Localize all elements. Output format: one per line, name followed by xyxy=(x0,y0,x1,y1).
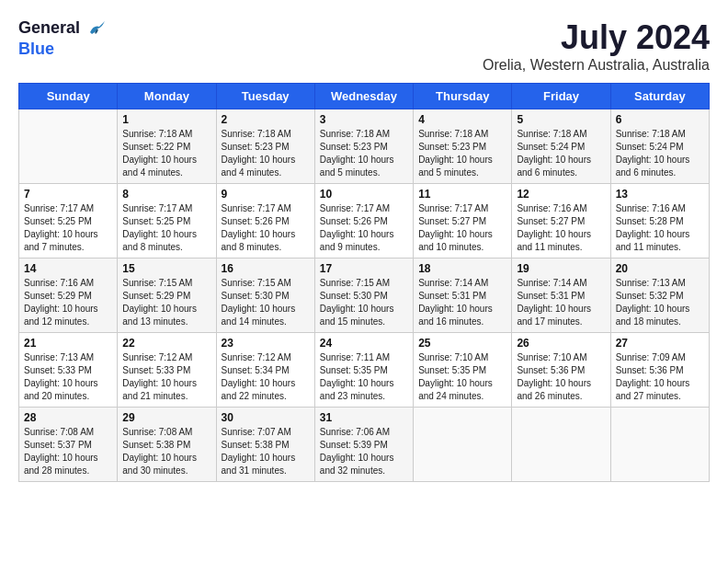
day-number: 10 xyxy=(320,188,408,201)
day-info: Sunrise: 7:15 AMSunset: 5:30 PMDaylight:… xyxy=(222,277,310,328)
calendar-cell: 11Sunrise: 7:17 AMSunset: 5:27 PMDayligh… xyxy=(414,184,512,259)
day-number: 26 xyxy=(517,337,605,350)
calendar-cell: 4Sunrise: 7:18 AMSunset: 5:23 PMDaylight… xyxy=(414,109,512,184)
day-number: 16 xyxy=(222,262,310,275)
day-number: 19 xyxy=(517,262,605,275)
day-info: Sunrise: 7:06 AMSunset: 5:39 PMDaylight:… xyxy=(320,426,408,477)
day-info: Sunrise: 7:11 AMSunset: 5:35 PMDaylight:… xyxy=(320,351,408,403)
day-number: 4 xyxy=(418,113,506,126)
calendar-cell: 21Sunrise: 7:13 AMSunset: 5:33 PMDayligh… xyxy=(19,333,118,408)
calendar-cell xyxy=(19,109,118,184)
calendar-cell: 20Sunrise: 7:13 AMSunset: 5:32 PMDayligh… xyxy=(610,259,709,333)
day-number: 30 xyxy=(222,411,310,424)
calendar-week-3: 14Sunrise: 7:16 AMSunset: 5:29 PMDayligh… xyxy=(19,259,710,333)
column-header-wednesday: Wednesday xyxy=(314,84,413,109)
calendar-cell: 9Sunrise: 7:17 AMSunset: 5:26 PMDaylight… xyxy=(216,184,314,259)
day-number: 9 xyxy=(222,188,310,201)
calendar-week-4: 21Sunrise: 7:13 AMSunset: 5:33 PMDayligh… xyxy=(19,333,710,408)
calendar-table: SundayMondayTuesdayWednesdayThursdayFrid… xyxy=(18,83,710,482)
calendar-cell: 25Sunrise: 7:10 AMSunset: 5:35 PMDayligh… xyxy=(414,333,512,408)
calendar-cell: 15Sunrise: 7:15 AMSunset: 5:29 PMDayligh… xyxy=(118,259,216,333)
column-header-friday: Friday xyxy=(512,84,610,109)
day-info: Sunrise: 7:17 AMSunset: 5:27 PMDaylight:… xyxy=(418,202,506,254)
calendar-cell: 8Sunrise: 7:17 AMSunset: 5:25 PMDaylight… xyxy=(118,184,216,259)
logo-general: General xyxy=(18,18,80,37)
calendar-cell: 14Sunrise: 7:16 AMSunset: 5:29 PMDayligh… xyxy=(19,259,118,333)
day-number: 21 xyxy=(24,337,112,350)
day-info: Sunrise: 7:14 AMSunset: 5:31 PMDaylight:… xyxy=(418,277,506,328)
calendar-cell xyxy=(610,408,709,482)
day-number: 20 xyxy=(616,262,704,275)
calendar-cell: 26Sunrise: 7:10 AMSunset: 5:36 PMDayligh… xyxy=(512,333,610,408)
calendar-cell: 1Sunrise: 7:18 AMSunset: 5:22 PMDaylight… xyxy=(118,109,216,184)
day-info: Sunrise: 7:18 AMSunset: 5:24 PMDaylight:… xyxy=(517,128,605,179)
logo-text: General xyxy=(18,18,107,40)
header-row: SundayMondayTuesdayWednesdayThursdayFrid… xyxy=(19,84,710,109)
day-number: 23 xyxy=(222,337,310,350)
calendar-week-1: 1Sunrise: 7:18 AMSunset: 5:22 PMDaylight… xyxy=(19,109,710,184)
calendar-cell: 10Sunrise: 7:17 AMSunset: 5:26 PMDayligh… xyxy=(314,184,413,259)
day-info: Sunrise: 7:16 AMSunset: 5:27 PMDaylight:… xyxy=(517,202,605,254)
calendar-cell: 18Sunrise: 7:14 AMSunset: 5:31 PMDayligh… xyxy=(414,259,512,333)
calendar-cell: 27Sunrise: 7:09 AMSunset: 5:36 PMDayligh… xyxy=(610,333,709,408)
day-number: 31 xyxy=(320,411,408,424)
day-info: Sunrise: 7:17 AMSunset: 5:26 PMDaylight:… xyxy=(320,202,408,254)
calendar-week-5: 28Sunrise: 7:08 AMSunset: 5:37 PMDayligh… xyxy=(19,408,710,482)
calendar-cell: 30Sunrise: 7:07 AMSunset: 5:38 PMDayligh… xyxy=(216,408,314,482)
day-info: Sunrise: 7:18 AMSunset: 5:23 PMDaylight:… xyxy=(222,128,310,179)
calendar-cell: 17Sunrise: 7:15 AMSunset: 5:30 PMDayligh… xyxy=(314,259,413,333)
calendar-cell: 2Sunrise: 7:18 AMSunset: 5:23 PMDaylight… xyxy=(216,109,314,184)
calendar-cell: 29Sunrise: 7:08 AMSunset: 5:38 PMDayligh… xyxy=(118,408,216,482)
day-number: 13 xyxy=(616,188,704,201)
logo-bird-icon xyxy=(86,19,107,40)
day-number: 8 xyxy=(122,188,210,201)
calendar-week-2: 7Sunrise: 7:17 AMSunset: 5:25 PMDaylight… xyxy=(19,184,710,259)
day-info: Sunrise: 7:17 AMSunset: 5:25 PMDaylight:… xyxy=(24,202,112,254)
column-header-thursday: Thursday xyxy=(414,84,512,109)
day-info: Sunrise: 7:18 AMSunset: 5:24 PMDaylight:… xyxy=(616,128,704,179)
day-number: 27 xyxy=(616,337,704,350)
day-number: 6 xyxy=(616,113,704,126)
day-number: 5 xyxy=(517,113,605,126)
day-number: 18 xyxy=(418,262,506,275)
day-number: 17 xyxy=(320,262,408,275)
day-number: 2 xyxy=(222,113,310,126)
day-info: Sunrise: 7:15 AMSunset: 5:29 PMDaylight:… xyxy=(122,277,210,328)
calendar-cell: 3Sunrise: 7:18 AMSunset: 5:23 PMDaylight… xyxy=(314,109,413,184)
calendar-cell xyxy=(414,408,512,482)
day-info: Sunrise: 7:10 AMSunset: 5:36 PMDaylight:… xyxy=(517,351,605,403)
day-info: Sunrise: 7:13 AMSunset: 5:33 PMDaylight:… xyxy=(24,351,112,403)
day-info: Sunrise: 7:12 AMSunset: 5:34 PMDaylight:… xyxy=(222,351,310,403)
calendar-cell: 22Sunrise: 7:12 AMSunset: 5:33 PMDayligh… xyxy=(118,333,216,408)
day-info: Sunrise: 7:14 AMSunset: 5:31 PMDaylight:… xyxy=(517,277,605,328)
day-info: Sunrise: 7:18 AMSunset: 5:22 PMDaylight:… xyxy=(122,128,210,179)
logo: General Blue xyxy=(18,18,107,59)
calendar-cell: 24Sunrise: 7:11 AMSunset: 5:35 PMDayligh… xyxy=(314,333,413,408)
day-number: 22 xyxy=(122,337,210,350)
day-number: 7 xyxy=(24,188,112,201)
logo-blue: Blue xyxy=(18,40,54,58)
day-info: Sunrise: 7:16 AMSunset: 5:29 PMDaylight:… xyxy=(24,277,112,328)
day-number: 11 xyxy=(418,188,506,201)
column-header-monday: Monday xyxy=(118,84,216,109)
calendar-cell: 7Sunrise: 7:17 AMSunset: 5:25 PMDaylight… xyxy=(19,184,118,259)
page-header: General Blue July 2024 Orelia, Western A… xyxy=(18,18,710,74)
main-title: July 2024 xyxy=(483,18,710,57)
calendar-cell: 12Sunrise: 7:16 AMSunset: 5:27 PMDayligh… xyxy=(512,184,610,259)
calendar-body: 1Sunrise: 7:18 AMSunset: 5:22 PMDaylight… xyxy=(19,109,710,482)
calendar-cell: 23Sunrise: 7:12 AMSunset: 5:34 PMDayligh… xyxy=(216,333,314,408)
day-info: Sunrise: 7:09 AMSunset: 5:36 PMDaylight:… xyxy=(616,351,704,403)
calendar-cell: 16Sunrise: 7:15 AMSunset: 5:30 PMDayligh… xyxy=(216,259,314,333)
day-number: 3 xyxy=(320,113,408,126)
day-number: 28 xyxy=(24,411,112,424)
calendar-cell xyxy=(512,408,610,482)
day-number: 14 xyxy=(24,262,112,275)
day-info: Sunrise: 7:15 AMSunset: 5:30 PMDaylight:… xyxy=(320,277,408,328)
day-number: 15 xyxy=(122,262,210,275)
day-info: Sunrise: 7:18 AMSunset: 5:23 PMDaylight:… xyxy=(320,128,408,179)
calendar-cell: 13Sunrise: 7:16 AMSunset: 5:28 PMDayligh… xyxy=(610,184,709,259)
day-info: Sunrise: 7:07 AMSunset: 5:38 PMDaylight:… xyxy=(222,426,310,477)
day-info: Sunrise: 7:17 AMSunset: 5:26 PMDaylight:… xyxy=(222,202,310,254)
column-header-tuesday: Tuesday xyxy=(216,84,314,109)
calendar-cell: 19Sunrise: 7:14 AMSunset: 5:31 PMDayligh… xyxy=(512,259,610,333)
